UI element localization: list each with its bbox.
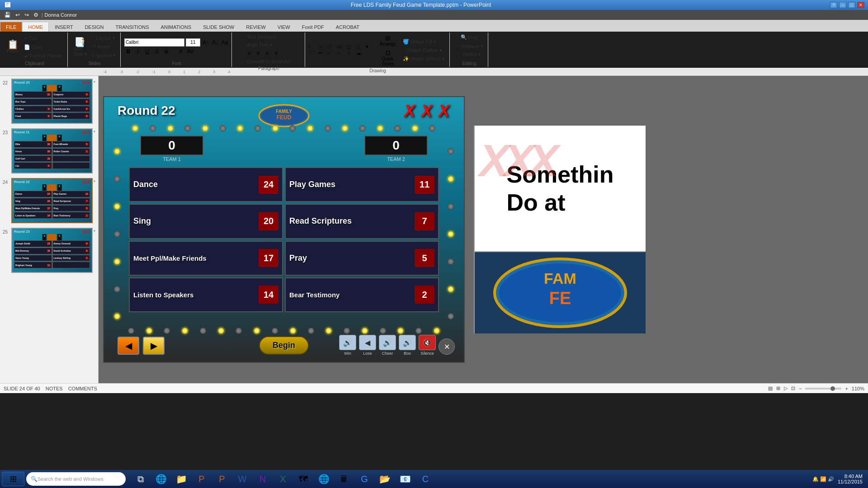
zoom-slider[interactable] [805,388,841,389]
maximize-btn[interactable]: □ [848,2,855,8]
shape-circle[interactable]: ○ [337,50,346,57]
find-btn[interactable]: 🔍 Find [459,33,479,41]
help-btn[interactable]: ? [830,2,837,8]
shape-star[interactable]: ☆ [347,50,356,57]
onenote-btn[interactable]: N [253,471,272,487]
answer-cell-1[interactable]: Dance 24 [129,167,283,202]
text-direction-btn[interactable]: Text Direction [245,33,279,41]
answer-cell-2[interactable]: Play Games 11 [285,167,439,202]
excel-btn[interactable]: X [274,471,292,487]
shape-rect2[interactable]: ▭ [337,44,346,50]
bold-btn[interactable]: B [124,47,132,56]
maps-btn[interactable]: 🗺 [294,471,313,487]
tab-file[interactable]: FILE [0,22,22,32]
justify-btn[interactable]: ≡ [272,49,280,57]
start-btn[interactable]: ⊞ [2,472,24,486]
lose-sound-btn[interactable]: ◀ Lose [359,335,376,356]
tab-home[interactable]: HOME [22,22,49,32]
stop-btn[interactable]: ✕ [439,338,455,356]
tab-transitions[interactable]: TRANSITIONS [110,22,155,32]
new-slide-btn[interactable]: 📑 NewSlide ▾ [71,37,89,57]
word-btn[interactable]: W [233,471,252,487]
reading-view-btn[interactable]: ▷ [784,385,788,391]
answer-cell-6[interactable]: Pray 5 [285,241,439,276]
tab-insert[interactable]: INSERT [49,22,79,32]
cheer-sound-btn[interactable]: 🔊 Cheer [379,335,396,356]
answer-cell-5[interactable]: Meet Ppl/Make Friends 17 [129,241,283,276]
strikethrough-btn[interactable]: S [162,47,170,56]
replace-btn[interactable]: ↔ Replace ▾ [453,42,485,50]
align-center-btn[interactable]: ≡ [254,49,262,57]
decrease-font-btn[interactable]: A↓ [211,38,219,47]
quick-styles-btn[interactable]: Ω QuickStyles [378,48,398,67]
section-btn[interactable]: ≡ Section ▾ [90,52,118,59]
taskbar-search[interactable]: 🔍 Search the web and Windows [26,472,126,486]
cut-btn[interactable]: ✂ Cut [22,35,65,42]
explorer-btn[interactable]: 📁 [172,471,191,487]
win-sound-btn[interactable]: 🔊 Win [339,335,356,356]
zoom-in-btn[interactable]: + [845,386,848,391]
redo-btn[interactable]: ↪ [23,11,30,19]
silence-sound-btn[interactable]: 🔇 Silence [419,335,436,356]
increase-font-btn[interactable]: A↑ [202,38,210,47]
slide-thumb-22[interactable]: 22 Round 20 XXX 0 0 Money31 Coupons5 Box… [2,78,96,125]
edge-btn[interactable]: 🌐 [314,471,333,487]
select-btn[interactable]: ⬚ Select ▾ [456,51,483,58]
comments-btn[interactable]: COMMENTS [68,386,97,391]
answer-cell-3[interactable]: Sing 20 [129,204,283,239]
tab-slideshow[interactable]: SLIDE SHOW [197,22,240,32]
slideshow-btn[interactable]: ⊡ [791,385,795,391]
shape-more[interactable]: ▾ [366,44,375,50]
outlook-btn[interactable]: 📧 [396,471,415,487]
taskview-btn[interactable]: ⧉ [131,471,150,487]
pp2-btn[interactable]: P [212,471,231,487]
reset-btn[interactable]: ↺ Reset [90,43,118,51]
slide-thumb-25[interactable]: 25 Round 23 XXX 0 0 Joseph Smith23 Donny… [2,227,96,274]
clear-format-btn[interactable]: Aa [221,38,229,47]
paste-btn[interactable]: 📋 Paste [5,39,21,55]
calc-btn[interactable]: 🖩 [335,471,354,487]
close-btn[interactable]: ✕ [857,2,864,8]
underline-btn[interactable]: U [143,47,151,56]
tab-acrobat[interactable]: ACROBAT [330,22,365,32]
font-size-input[interactable] [186,38,200,47]
format-painter-btn[interactable]: 🖌 Format Painter [22,52,65,59]
tab-foxit[interactable]: Foxit PDF [296,22,330,32]
italic-btn[interactable]: I [134,47,142,56]
boo-sound-btn[interactable]: 🔊 Boo [399,335,416,356]
char-spacing-btn[interactable]: AV [186,47,194,56]
arrange-btn[interactable]: ⊞ Arrange [378,33,398,47]
undo-btn[interactable]: ↩ [14,11,21,19]
shape-curve[interactable]: ⌒ [309,50,318,57]
shape-conn[interactable]: ⌐ [328,50,337,57]
shadow-btn[interactable]: S [153,47,161,56]
shape-call[interactable]: ☁ [356,50,365,57]
slide-thumb-24[interactable]: 24 Round 22 XXX 0 0 Dance24 Play Games11… [2,177,96,224]
begin-btn[interactable]: Begin [259,336,309,355]
font-color-btn[interactable]: A [177,47,185,56]
font-name-input[interactable] [124,38,184,47]
tab-view[interactable]: VIEW [272,22,296,32]
layout-btn[interactable]: □ Layout ▾ [90,34,118,42]
chrome-btn[interactable]: G [355,471,374,487]
shape-tri[interactable]: △ [356,44,365,50]
pp-btn[interactable]: P [192,471,211,487]
shape-rect[interactable]: □ [328,44,337,50]
zoom-out-btn[interactable]: − [799,386,802,391]
answer-cell-8[interactable]: Bear Testimony 2 [285,277,439,312]
shape-freeform[interactable]: ✏ [318,50,327,57]
ie-btn[interactable]: 🌐 [151,471,170,487]
notes-btn[interactable]: NOTES [46,386,63,391]
shape-rect3[interactable]: ◻ [347,44,356,50]
tab-design[interactable]: DESIGN [79,22,109,32]
tab-review[interactable]: REVIEW [240,22,271,32]
slide-thumb-23[interactable]: 23 Round 21 XXX 0 0 Bike30 Four-Wheeler5… [2,127,96,174]
normal-view-btn[interactable]: ▤ [768,385,773,391]
align-left-btn[interactable]: ≡ [245,49,253,57]
files-btn[interactable]: 📂 [375,471,394,487]
align-right-btn[interactable]: ≡ [263,49,271,57]
shape-fill-btn[interactable]: 🪣 Shape Fill ▾ [401,38,447,46]
answer-cell-7[interactable]: Listen to Speakers 14 [129,277,283,312]
tab-animations[interactable]: ANIMATIONS [155,22,198,32]
slide-canvas[interactable]: Round 22 X X X FAMILY FEUD [103,96,465,363]
